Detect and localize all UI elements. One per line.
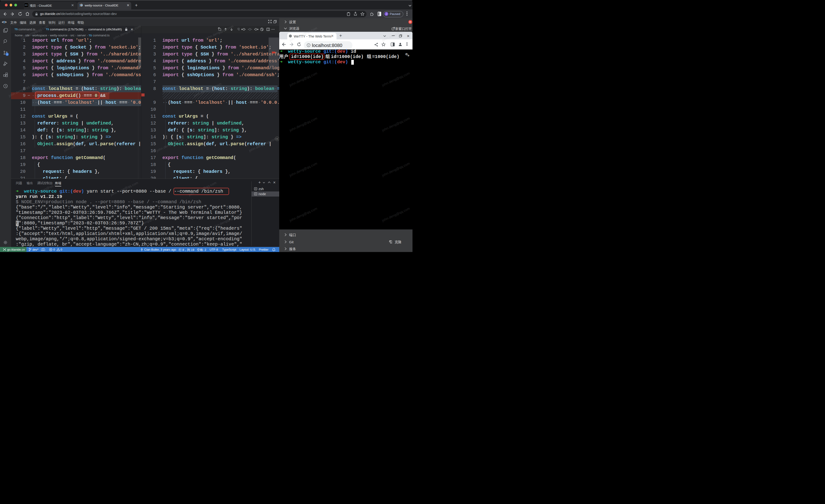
svg-text:JS: JS bbox=[81, 5, 83, 6]
